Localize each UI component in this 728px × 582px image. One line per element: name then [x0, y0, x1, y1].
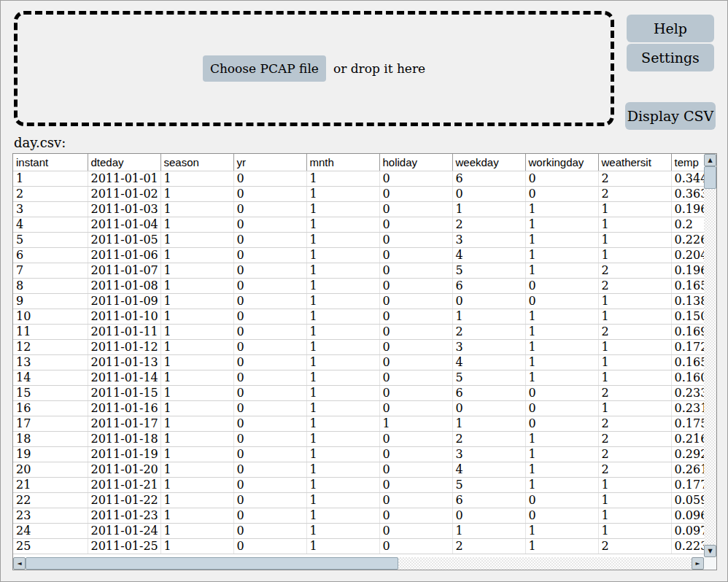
table-row: 212011-01-2110105110.177500 [13, 477, 704, 492]
cell-workingday: 1 [525, 324, 598, 339]
pcap-drop-zone[interactable]: Choose PCAP file or drop it here [14, 11, 614, 126]
cell-mnth: 1 [306, 263, 379, 278]
table-row: 32011-01-0310101110.196364 [13, 201, 704, 217]
cell-dteday: 2011-01-11 [88, 324, 160, 339]
cell-weekday: 2 [452, 217, 525, 232]
cell-weekday: 6 [452, 171, 525, 186]
table-row: 52011-01-0510103110.226957 [13, 232, 704, 247]
cell-yr: 0 [233, 339, 306, 354]
csv-table-viewport: instantdtedayseasonyrmnthholidayweekdayw… [13, 154, 704, 557]
cell-workingday: 1 [525, 370, 598, 385]
table-row: 162011-01-1610100010.231667 [13, 400, 704, 416]
cell-holiday: 0 [379, 523, 452, 538]
cell-yr: 0 [233, 324, 306, 339]
cell-workingday: 1 [525, 339, 598, 354]
cell-dteday: 2011-01-02 [88, 186, 160, 201]
table-row: 72011-01-0710105120.196522 [13, 263, 704, 278]
cell-weathersit: 1 [598, 354, 671, 370]
horizontal-scrollbar[interactable]: ◄ ► [13, 557, 704, 570]
cell-workingday: 0 [525, 278, 598, 293]
settings-button[interactable]: Settings [627, 44, 714, 71]
column-header-weekday: weekday [452, 154, 525, 171]
cell-instant: 2 [13, 186, 88, 201]
scroll-left-button[interactable]: ◄ [13, 557, 26, 570]
cell-weathersit: 1 [598, 492, 671, 508]
cell-weekday: 2 [452, 324, 525, 339]
cell-mnth: 1 [306, 492, 379, 508]
table-row: 192011-01-1910103120.292174 [13, 446, 704, 462]
cell-yr: 0 [233, 232, 306, 247]
horizontal-scrollbar-track[interactable] [398, 557, 692, 570]
cell-weathersit: 2 [598, 278, 671, 293]
cell-weathersit: 2 [598, 385, 671, 400]
cell-weathersit: 1 [598, 217, 671, 232]
cell-mnth: 1 [306, 339, 379, 354]
cell-instant: 17 [13, 416, 88, 431]
cell-mnth: 1 [306, 462, 379, 477]
vertical-scrollbar-thumb[interactable] [704, 166, 716, 189]
cell-instant: 23 [13, 508, 88, 523]
cell-temp: 0.204348 [671, 247, 704, 263]
cell-workingday: 0 [525, 293, 598, 309]
cell-yr: 0 [233, 354, 306, 370]
cell-weekday: 1 [452, 523, 525, 538]
cell-instant: 3 [13, 201, 88, 217]
cell-weathersit: 2 [598, 538, 671, 554]
cell-weekday: 6 [452, 385, 525, 400]
cell-mnth: 1 [306, 416, 379, 431]
cell-weathersit: 1 [598, 523, 671, 538]
column-header-temp: temp [671, 154, 704, 171]
cell-instant: 24 [13, 523, 88, 538]
cell-yr: 0 [233, 171, 306, 186]
cell-instant: 16 [13, 400, 88, 416]
cell-weathersit: 1 [598, 370, 671, 385]
cell-mnth: 1 [306, 278, 379, 293]
file-name-label: day.csv: [14, 135, 66, 150]
help-button[interactable]: Help [627, 15, 714, 42]
scroll-down-icon: ▼ [708, 548, 712, 554]
cell-dteday: 2011-01-08 [88, 278, 160, 293]
vertical-scrollbar[interactable]: ▲ ▼ [704, 154, 716, 557]
cell-holiday: 0 [379, 278, 452, 293]
vertical-scrollbar-track[interactable] [704, 189, 716, 545]
cell-workingday: 1 [525, 462, 598, 477]
choose-pcap-file-button[interactable]: Choose PCAP file [203, 55, 326, 82]
cell-weekday: 0 [452, 186, 525, 201]
cell-weekday: 3 [452, 339, 525, 354]
cell-mnth: 1 [306, 446, 379, 462]
cell-holiday: 0 [379, 538, 452, 554]
cell-instant: 19 [13, 446, 88, 462]
column-header-instant: instant [13, 154, 88, 171]
cell-weekday: 0 [452, 508, 525, 523]
cell-season: 1 [160, 309, 233, 324]
cell-season: 1 [160, 247, 233, 263]
cell-mnth: 1 [306, 324, 379, 339]
scroll-down-button[interactable]: ▼ [704, 545, 716, 557]
table-row: 222011-01-2210106010.059130 [13, 492, 704, 508]
cell-season: 1 [160, 293, 233, 309]
cell-season: 1 [160, 446, 233, 462]
scroll-right-button[interactable]: ► [692, 557, 704, 570]
table-row: 202011-01-2010104120.261667 [13, 462, 704, 477]
cell-workingday: 1 [525, 309, 598, 324]
cell-yr: 0 [233, 247, 306, 263]
cell-dteday: 2011-01-24 [88, 523, 160, 538]
cell-mnth: 1 [306, 354, 379, 370]
scroll-up-button[interactable]: ▲ [704, 154, 716, 166]
display-csv-button[interactable]: Display CSV [625, 102, 716, 130]
horizontal-scrollbar-thumb[interactable] [26, 557, 398, 570]
scroll-up-icon: ▲ [708, 158, 712, 163]
cell-holiday: 0 [379, 446, 452, 462]
cell-season: 1 [160, 370, 233, 385]
app-window: Choose PCAP file or drop it here Help Se… [0, 0, 728, 582]
cell-weekday: 5 [452, 370, 525, 385]
cell-weathersit: 1 [598, 477, 671, 492]
cell-mnth: 1 [306, 400, 379, 416]
cell-holiday: 0 [379, 201, 452, 217]
cell-holiday: 0 [379, 186, 452, 201]
cell-season: 1 [160, 339, 233, 354]
cell-mnth: 1 [306, 201, 379, 217]
cell-dteday: 2011-01-09 [88, 293, 160, 309]
cell-temp: 0.160870 [671, 370, 704, 385]
cell-yr: 0 [233, 462, 306, 477]
